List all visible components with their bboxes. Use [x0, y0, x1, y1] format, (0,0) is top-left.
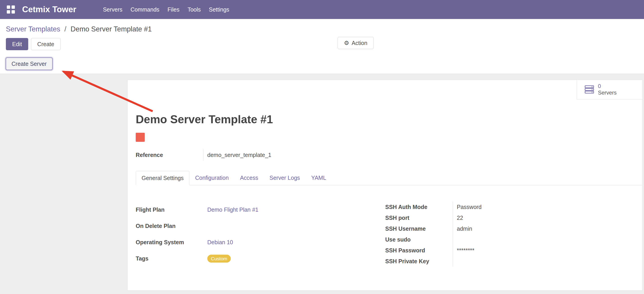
record-title: Demo Server Template #1 [136, 80, 642, 126]
tag-badge: Custom [207, 255, 231, 262]
action-button-label: Action [352, 40, 367, 46]
page: Cetmix Tower Servers Commands Files Tool… [0, 0, 644, 294]
tab-configuration[interactable]: Configuration [190, 171, 234, 185]
tab-general-settings[interactable]: General Settings [136, 171, 190, 185]
nav-item-files[interactable]: Files [164, 0, 184, 19]
field-label: SSH Private Key [385, 256, 453, 267]
use-sudo-value [453, 234, 634, 245]
flight-plan-link[interactable]: Demo Flight Plan #1 [207, 207, 258, 213]
ssh-username-value: admin [453, 223, 634, 234]
fields-group-left: Flight Plan Demo Flight Plan #1 On Delet… [136, 202, 385, 267]
servers-stat-label: Servers [598, 90, 617, 96]
servers-stat-button[interactable]: 0 Servers [577, 80, 642, 99]
nav-item-commands[interactable]: Commands [126, 0, 164, 19]
nav-item-servers[interactable]: Servers [99, 0, 126, 19]
tab-access[interactable]: Access [234, 171, 264, 185]
reference-label: Reference [136, 149, 203, 161]
field-label: SSH Username [385, 223, 453, 234]
breadcrumb: Server Templates / Demo Server Template … [0, 25, 644, 34]
tab-yaml[interactable]: YAML [306, 171, 332, 185]
notebook-tabs: General Settings Configuration Access Se… [136, 171, 642, 185]
nav-item-settings[interactable]: Settings [205, 0, 233, 19]
tab-server-logs[interactable]: Server Logs [264, 171, 306, 185]
field-label: SSH port [385, 212, 453, 223]
form-sheet: 0 Servers Demo Server Template #1 Refere… [127, 80, 643, 290]
breadcrumb-parent-link[interactable]: Server Templates [6, 25, 60, 33]
reference-value: demo_server_template_1 [203, 149, 385, 161]
record-color-swatch [136, 133, 145, 142]
field-label: SSH Password [385, 245, 453, 256]
gear-icon: ⚙ [344, 40, 349, 46]
field-label: SSH Auth Mode [385, 202, 453, 212]
ssh-password-value: ******** [453, 245, 634, 256]
tab-content-general-settings: Flight Plan Demo Flight Plan #1 On Delet… [136, 202, 642, 267]
server-stack-icon [584, 85, 594, 94]
form-header: Create Server [0, 54, 644, 74]
operating-system-link[interactable]: Debian 10 [207, 239, 233, 246]
on-delete-plan-value [203, 218, 385, 234]
ssh-private-key-value [453, 256, 634, 267]
field-label: On Delete Plan [136, 218, 203, 234]
servers-count: 0 [598, 83, 617, 90]
field-label: Flight Plan [136, 202, 203, 218]
content-area: 0 Servers Demo Server Template #1 Refere… [0, 74, 644, 290]
edit-button[interactable]: Edit [6, 38, 28, 50]
action-button[interactable]: ⚙ Action [338, 37, 374, 49]
field-label: Use sudo [385, 234, 453, 245]
ssh-port-value: 22 [453, 212, 634, 223]
breadcrumb-current: Demo Server Template #1 [71, 25, 152, 33]
breadcrumb-separator: / [64, 25, 66, 33]
create-server-button[interactable]: Create Server [6, 57, 52, 70]
reference-field: Reference demo_server_template_1 [136, 149, 385, 161]
apps-grid-icon[interactable] [7, 6, 15, 14]
field-label: Tags [136, 250, 203, 267]
top-navbar: Cetmix Tower Servers Commands Files Tool… [0, 0, 644, 19]
app-brand[interactable]: Cetmix Tower [22, 5, 76, 14]
ssh-auth-mode-value: Password [453, 202, 634, 212]
control-panel: Server Templates / Demo Server Template … [0, 19, 644, 54]
control-panel-buttons: Edit Create ⚙ Action [0, 34, 644, 54]
fields-group-right: SSH Auth Mode Password SSH port 22 SSH U… [385, 202, 634, 267]
nav-item-tools[interactable]: Tools [184, 0, 205, 19]
create-button[interactable]: Create [31, 38, 60, 50]
field-label: Operating System [136, 234, 203, 250]
